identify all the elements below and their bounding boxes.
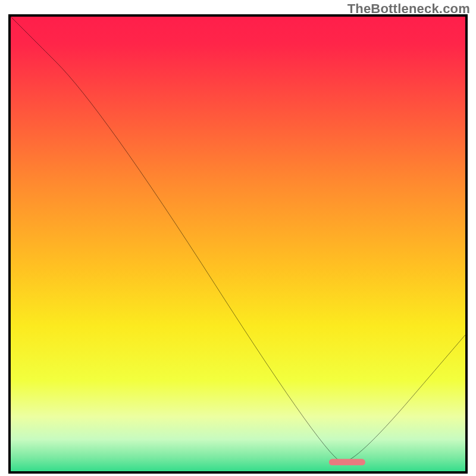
minimum-marker	[11, 17, 465, 471]
watermark-text: TheBottleneck.com	[347, 1, 470, 17]
chart-plot-area	[8, 14, 468, 474]
svg-rect-1	[329, 459, 365, 465]
